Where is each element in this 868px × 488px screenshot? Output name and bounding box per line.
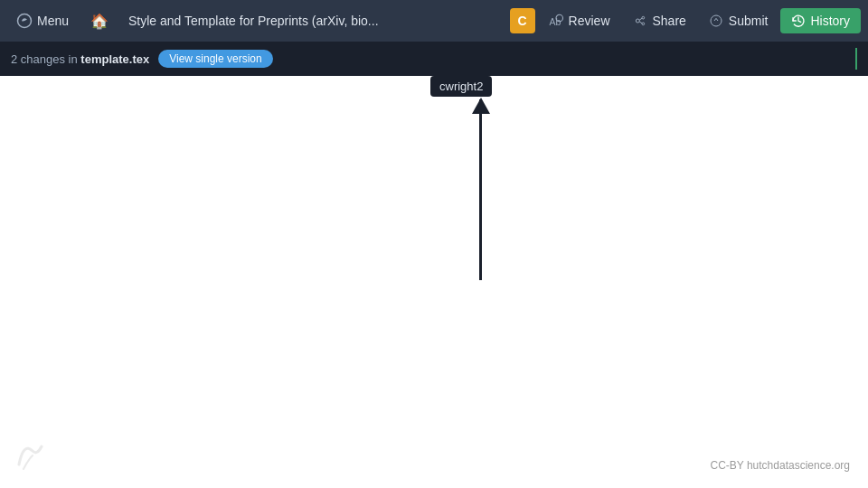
share-label: Share	[653, 14, 686, 28]
menu-icon	[16, 13, 33, 29]
arrow-line	[479, 99, 482, 280]
watermark-icon	[14, 437, 51, 477]
user-avatar[interactable]: C	[510, 8, 535, 33]
submit-icon	[708, 14, 724, 28]
review-label: Review	[569, 14, 610, 28]
user-tooltip: cwright2	[430, 76, 492, 97]
arrow-annotation	[479, 99, 482, 280]
submit-label: Submit	[729, 14, 769, 28]
filename: template.tex	[80, 52, 149, 66]
history-button[interactable]: History	[780, 8, 861, 33]
home-icon: 🏠	[90, 13, 108, 30]
review-button[interactable]: Ab Review	[539, 8, 619, 33]
footer-text: CC-BY hutchdatascience.org	[710, 459, 850, 472]
share-button[interactable]: Share	[623, 8, 695, 33]
review-icon: Ab	[548, 14, 564, 28]
submit-button[interactable]: Submit	[699, 8, 778, 33]
svg-point-3	[636, 19, 639, 23]
document-title: Style and Template for Preprints (arXiv,…	[121, 14, 506, 28]
view-single-version-button[interactable]: View single version	[158, 50, 273, 68]
changes-count-text: 2 changes in	[11, 52, 80, 66]
subbar: 2 changes in template.tex View single ve…	[0, 42, 868, 76]
svg-point-5	[642, 23, 645, 25]
tooltip-text: cwright2	[439, 80, 483, 93]
subbar-right	[852, 48, 857, 70]
svg-point-8	[711, 15, 722, 26]
changes-info: 2 changes in template.tex	[11, 52, 149, 66]
history-icon	[791, 14, 806, 28]
menu-label: Menu	[37, 14, 69, 28]
arrow-head	[472, 98, 490, 114]
svg-line-6	[639, 18, 642, 20]
menu-button[interactable]: Menu	[7, 7, 78, 34]
navbar: Menu 🏠 Style and Template for Preprints …	[0, 0, 868, 42]
history-label: History	[810, 14, 850, 28]
svg-point-4	[642, 16, 645, 19]
avatar-letter: C	[518, 14, 527, 28]
history-divider	[855, 48, 857, 70]
svg-line-7	[639, 22, 642, 23]
share-icon	[632, 14, 648, 28]
home-button[interactable]: 🏠	[81, 7, 118, 35]
